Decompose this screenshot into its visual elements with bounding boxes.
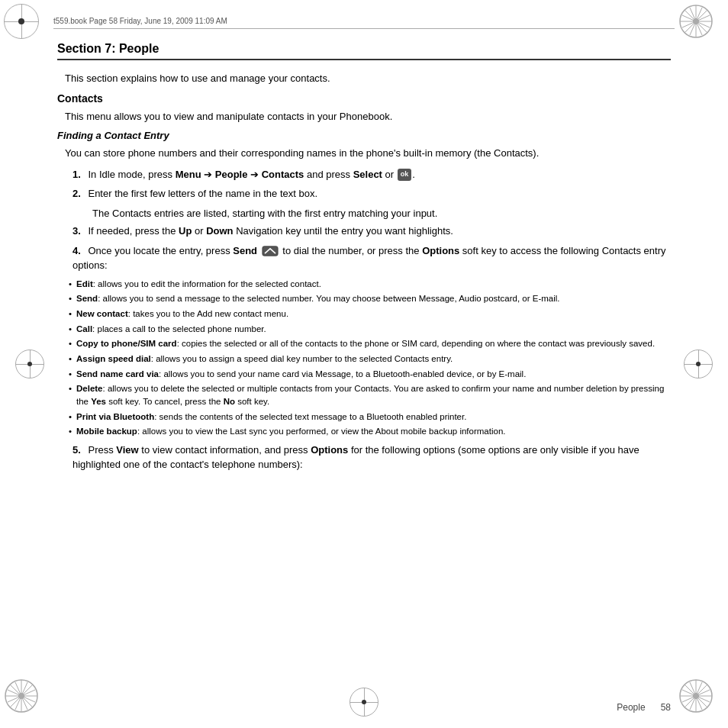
step-5-text: Press View to view contact information, … [72,444,639,471]
svg-point-29 [693,693,699,699]
step-3-num: 3. [72,225,81,237]
compass-icon-right [684,350,713,378]
step-1-contacts: Contacts [262,169,304,180]
bullet-print-bt: Print via Bluetooth: sends the contents … [69,411,671,424]
bullet-copy-label: Copy to phone/SIM card [76,339,177,348]
contacts-intro: This menu allows you to view and manipul… [57,109,671,124]
step-1-people: People [215,169,248,180]
bullet-call: Call: places a call to the selected phon… [69,323,671,336]
finding-intro: You can store phone numbers and their co… [57,146,671,161]
header-bar: t559.book Page 58 Friday, June 19, 2009 … [53,17,675,29]
step-3-text: If needed, press the Up or Down Navigati… [88,225,453,237]
bullet-send-name-card: Send name card via: allows you to send y… [69,368,671,381]
step-3: 3. If needed, press the Up or Down Navig… [72,224,671,239]
bullet-delete-label: Delete [76,384,103,393]
step-1-select: Select [353,169,382,180]
corner-decoration-br [678,678,724,724]
bullet-edit: Edit: allows you to edit the information… [69,278,671,291]
step-3-down: Down [206,225,233,237]
corner-decoration-bl [4,678,50,724]
section-intro: This section explains how to use and man… [57,71,671,86]
bullet-call-label: Call [76,324,92,333]
step-2-subtext: The Contacts entries are listed, startin… [72,206,671,221]
corner-decoration-tl [4,4,50,50]
send-key-icon [262,246,279,256]
page: t559.book Page 58 Friday, June 19, 2009 … [0,0,728,728]
step-1: 1. In Idle mode, press Menu ➔ People ➔ C… [72,167,671,182]
bullet-send: Send: allows you to send a message to th… [69,292,671,305]
bullet-delete: Delete: allows you to delete the selecte… [69,382,671,407]
step-5: 5. Press View to view contact informatio… [72,443,671,472]
corner-decoration-tr [678,4,724,50]
step-2-sub: The Contacts entries are listed, startin… [92,208,437,219]
options-bullet-list: Edit: allows you to edit the information… [69,278,671,438]
steps-list: 1. In Idle mode, press Menu ➔ People ➔ C… [72,167,671,273]
header-text: t559.book Page 58 Friday, June 19, 2009 … [53,17,227,25]
compass-icon-left [15,350,44,378]
ok-button-icon: ok [398,169,412,181]
step-2-text: Enter the first few letters of the name … [88,188,317,199]
bullet-sendnamecard-label: Send name card via [76,369,159,378]
svg-point-9 [693,18,699,24]
step-4-options: Options [422,245,459,256]
step-1-menu: Menu [176,169,201,180]
bullet-speeddial-label: Assign speed dial [76,354,151,363]
step-2-num: 2. [72,188,81,199]
compass-icon-tl [4,4,39,39]
step-4-num: 4. [72,245,81,256]
contacts-heading: Contacts [57,92,671,105]
starburst-icon-bl [4,678,39,714]
bullet-new-contact: New contact: takes you to the Add new co… [69,308,671,321]
bullet-newcontact-label: New contact [76,309,128,318]
svg-rect-30 [263,246,278,256]
step-4: 4. Once you locate the entry, press Send… [72,243,671,273]
step-4-send: Send [233,245,257,256]
svg-point-19 [18,693,24,699]
bullet-no-label: No [224,397,235,406]
bullet-speed-dial: Assign speed dial: allows you to assign … [69,353,671,366]
footer: People 58 [57,702,671,713]
bullet-edit-label: Edit [76,279,93,288]
step-3-up: Up [179,225,192,237]
bullet-yes-label: Yes [91,397,106,406]
footer-page: 58 [661,702,671,713]
step-4-text: Once you locate the entry, press Send to… [72,245,666,272]
footer-label: People [617,702,645,713]
starburst-icon-tr [678,4,714,39]
main-content: Section 7: People This section explains … [57,42,671,686]
bullet-send-label: Send [76,294,98,303]
side-compass-left [15,350,44,378]
step-5-view: View [116,444,138,456]
step-2: 2. Enter the first few letters of the na… [72,186,671,201]
step-5-num: 5. [72,444,81,456]
bullet-copy: Copy to phone/SIM card: copies the selec… [69,337,671,350]
section-title: Section 7: People [57,42,671,60]
step-1-text: In Idle mode, press Menu ➔ People ➔ Cont… [88,169,414,180]
bullet-printbt-label: Print via Bluetooth [76,412,154,421]
step-5-options: Options [311,444,348,456]
step5-list: 5. Press View to view contact informatio… [72,443,671,472]
starburst-icon-br [678,678,714,714]
step-1-num: 1. [72,169,81,180]
bullet-mobile-backup: Mobile backup: allows you to view the La… [69,425,671,438]
finding-heading: Finding a Contact Entry [57,130,671,141]
side-compass-right [684,350,713,378]
bullet-mobilebackup-label: Mobile backup [76,427,137,436]
